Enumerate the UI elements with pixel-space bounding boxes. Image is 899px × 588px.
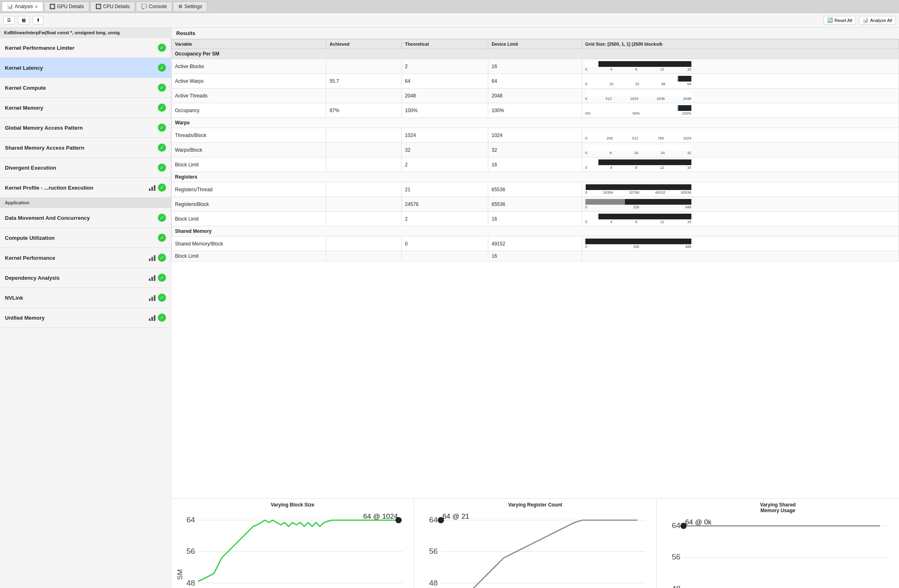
sidebar-item-shared-memory[interactable]: Shared Memory Access Pattern ✓ — [0, 138, 171, 158]
sidebar-item-dependency-analysis[interactable]: Dependency Analysis ✓ — [0, 268, 171, 288]
sidebar-item-icons: ✓ — [158, 64, 166, 72]
sidebar-item-label: Kernel Memory — [5, 105, 43, 111]
check-icon: ✓ — [158, 254, 166, 262]
sidebar-item-kernel-latency[interactable]: Kernel Latency ✓ — [0, 58, 171, 78]
sidebar-item-label: Compute Utilization — [5, 235, 55, 241]
bar-chart-block-limit-regs: 0481216 — [585, 214, 691, 224]
sidebar-item-label: Kernel Compute — [5, 85, 46, 91]
sidebar-item-kernel-profile[interactable]: Kernel Profile - ...ruction Execution ✓ — [0, 178, 171, 198]
tab-console-label: Console — [149, 4, 167, 9]
reset-icon: 🔄 — [827, 18, 833, 23]
svg-text:56: 56 — [186, 547, 195, 555]
sidebar-item-label: Divergent Execution — [5, 165, 56, 171]
kernel-title: KeBilinearInterpFw(float const *, unsign… — [0, 28, 171, 38]
table-row: Warps/Block 32 32 08162432 — [172, 143, 899, 157]
svg-text:64: 64 — [186, 515, 195, 524]
sidebar: KeBilinearInterpFw(float const *, unsign… — [0, 28, 171, 588]
col-variable: Variable — [172, 40, 326, 49]
chart-bar-icon — [149, 294, 156, 301]
chart-varying-shared-memory: Varying SharedMemory Usage 64 56 48 40 — [657, 499, 899, 588]
section-shared-memory: Shared Memory — [172, 226, 899, 237]
chart-varying-register-count: Varying Register Count 64 56 48 40 — [414, 499, 657, 588]
chart-area: 64 56 48 40 64 @ 0k — [660, 516, 896, 588]
results-table-container: Variable Achieved Theoretical Device Lim… — [171, 39, 899, 498]
sidebar-item-kernel-compute[interactable]: Kernel Compute ✓ — [0, 78, 171, 98]
bar-chart-regs-thread: 016384327684915265536 — [585, 184, 691, 195]
section-registers: Registers — [172, 172, 899, 182]
table-row: Block Limit 2 16 0481216 — [172, 212, 899, 226]
svg-text:48: 48 — [672, 584, 680, 588]
sidebar-item-kernel-performance-limiter[interactable]: Kernel Performance Limiter ✓ — [0, 38, 171, 58]
cpu-icon: 🔲 — [95, 4, 102, 9]
chart-varying-block-size: Varying Block Size 64 56 48 40 — [171, 499, 414, 588]
svg-text:64 @ 21: 64 @ 21 — [443, 512, 469, 520]
tab-analysis-close[interactable]: ✕ — [35, 4, 38, 9]
check-icon: ✓ — [158, 164, 166, 172]
sidebar-item-icons: ✓ — [149, 294, 166, 302]
table-row: Active Threads 2048 2048 05 — [172, 88, 899, 103]
sidebar-item-icons: ✓ — [158, 214, 166, 222]
charts-section: Varying Block Size 64 56 48 40 — [171, 498, 899, 588]
table-row: Active Blocks 2 16 0481216 — [172, 59, 899, 74]
bar-chart-regs-block: 032k64k — [585, 199, 691, 209]
svg-text:64 @ 1024: 64 @ 1024 — [363, 512, 398, 520]
tab-settings[interactable]: ⚙ Settings — [173, 2, 207, 11]
tab-gpu-details[interactable]: 🔲 GPU Details — [44, 2, 89, 11]
up-btn[interactable]: ⬆ — [33, 16, 44, 24]
table-row: Active Warps 55.7 64 64 — [172, 74, 899, 88]
chart-bar-icon — [149, 274, 156, 281]
table-row: Block Limit 16 — [172, 251, 899, 261]
tab-console[interactable]: 💬 Console — [136, 2, 172, 11]
svg-text:56: 56 — [672, 553, 680, 561]
tab-gpu-label: GPU Details — [57, 4, 84, 9]
chart-bar-icon — [149, 314, 156, 321]
svg-text:64: 64 — [429, 515, 438, 524]
check-icon: ✓ — [158, 84, 166, 92]
sidebar-item-icons: ✓ — [158, 124, 166, 132]
sidebar-item-icons: ✓ — [158, 84, 166, 92]
sidebar-item-label: Kernel Profile - ...ruction Execution — [5, 185, 93, 191]
bar-chart-threads-block: 02565127681024 — [585, 130, 691, 140]
section-occupancy: Occupancy Per SM — [172, 49, 899, 59]
sidebar-item-icons: ✓ — [158, 44, 166, 52]
analysis-icon: 📊 — [7, 4, 13, 9]
tab-cpu-details[interactable]: 🔲 CPU Details — [90, 2, 135, 11]
col-achieved: Achieved — [326, 40, 401, 49]
chart-title: Varying Block Size — [271, 502, 314, 508]
table-row: Shared Memory/Block 0 49152 — [172, 237, 899, 251]
sidebar-item-icons: ✓ — [158, 104, 166, 112]
sidebar-item-icons: ✓ — [158, 164, 166, 172]
sidebar-item-unified-memory[interactable]: Unified Memory ✓ — [0, 308, 171, 328]
chart-bar-icon — [149, 184, 156, 191]
svg-text:48: 48 — [429, 579, 438, 587]
chart-bar-icon — [149, 254, 156, 261]
check-icon: ✓ — [158, 44, 166, 52]
tab-analysis-label: Analysis — [15, 4, 33, 9]
tab-analysis[interactable]: 📊 Analysis ✕ — [2, 2, 43, 11]
chart-svg: 64 56 48 40 — [175, 510, 410, 588]
bar-chart-block-limit-warps: 0481216 — [585, 159, 691, 170]
sidebar-item-kernel-memory[interactable]: Kernel Memory ✓ — [0, 98, 171, 118]
results-header: Results — [171, 28, 899, 39]
grid-view-btn[interactable]: ▦ — [18, 16, 29, 24]
sidebar-item-kernel-performance[interactable]: Kernel Performance ✓ — [0, 248, 171, 268]
check-icon: ✓ — [158, 144, 166, 152]
sidebar-item-divergent-execution[interactable]: Divergent Execution ✓ — [0, 158, 171, 178]
analyze-icon: 📊 — [863, 18, 868, 23]
check-icon: ✓ — [158, 314, 166, 322]
chart-area: 64 56 48 40 64 @ 21 — [417, 510, 653, 588]
chart-svg: 64 56 48 40 64 @ 21 — [417, 510, 653, 588]
list-view-btn[interactable]: ☰ — [3, 16, 15, 24]
sidebar-item-global-memory[interactable]: Global Memory Access Pattern ✓ — [0, 118, 171, 138]
sidebar-item-icons: ✓ — [149, 274, 166, 282]
sidebar-item-compute-utilization[interactable]: Compute Utilization ✓ — [0, 228, 171, 248]
sidebar-item-label: Kernel Latency — [5, 65, 43, 71]
check-icon: ✓ — [158, 64, 166, 72]
sidebar-item-data-movement[interactable]: Data Movement And Concurrency ✓ — [0, 208, 171, 228]
table-row: Block Limit 2 16 0481216 — [172, 157, 899, 172]
sidebar-item-label: Shared Memory Access Pattern — [5, 145, 84, 151]
analyze-all-button[interactable]: 📊 Analyze All — [859, 16, 896, 24]
reset-all-button[interactable]: 🔄 Reset All — [824, 16, 856, 24]
sidebar-item-nvlink[interactable]: NVLink ✓ — [0, 288, 171, 308]
check-icon: ✓ — [158, 124, 166, 132]
